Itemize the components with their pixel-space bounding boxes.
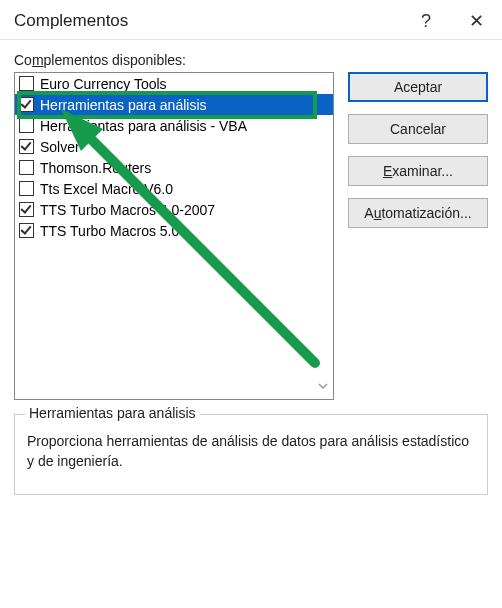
addin-item[interactable]: Euro Currency Tools: [15, 73, 333, 94]
addin-item[interactable]: Tts Excel Macro V6.0: [15, 178, 333, 199]
addin-item[interactable]: Herramientas para análisis - VBA: [15, 115, 333, 136]
titlebar: Complementos ? ✕: [0, 0, 502, 40]
addin-label: Herramientas para análisis - VBA: [40, 118, 247, 134]
addin-details-group: Herramientas para análisis Proporciona h…: [14, 414, 488, 495]
addin-checkbox[interactable]: [19, 139, 34, 154]
scroll-indicator-icon: [317, 380, 329, 395]
addin-label: Tts Excel Macro V6.0: [40, 181, 173, 197]
cancel-button[interactable]: Cancelar: [348, 114, 488, 144]
addin-checkbox[interactable]: [19, 76, 34, 91]
addin-label: Euro Currency Tools: [40, 76, 167, 92]
ok-button[interactable]: Aceptar: [348, 72, 488, 102]
window-title: Complementos: [14, 11, 128, 31]
addin-label: TTS Turbo Macros 4.0-2007: [40, 202, 215, 218]
addin-checkbox[interactable]: [19, 202, 34, 217]
addins-listbox[interactable]: Euro Currency ToolsHerramientas para aná…: [14, 72, 334, 400]
addin-item[interactable]: Solver: [15, 136, 333, 157]
help-icon[interactable]: ?: [413, 10, 439, 32]
addin-label: Herramientas para análisis: [40, 97, 207, 113]
close-icon[interactable]: ✕: [461, 10, 492, 32]
addin-checkbox[interactable]: [19, 181, 34, 196]
available-addins-label: Complementos disponibles:: [14, 52, 488, 68]
addin-checkbox[interactable]: [19, 160, 34, 175]
main-row: Euro Currency ToolsHerramientas para aná…: [14, 72, 488, 400]
addin-description: Proporciona herramientas de análisis de …: [27, 431, 475, 472]
addin-label: Thomson.Reuters: [40, 160, 151, 176]
dialog-content: Complementos disponibles: Euro Currency …: [0, 40, 502, 608]
addin-checkbox[interactable]: [19, 118, 34, 133]
addin-details-legend: Herramientas para análisis: [25, 405, 200, 421]
addin-checkbox[interactable]: [19, 223, 34, 238]
automation-button[interactable]: Automatización...: [348, 198, 488, 228]
addin-label: Solver: [40, 139, 80, 155]
dialog-buttons: Aceptar Cancelar Examinar... Automatizac…: [348, 72, 488, 400]
addin-item[interactable]: Thomson.Reuters: [15, 157, 333, 178]
browse-button[interactable]: Examinar...: [348, 156, 488, 186]
addin-label: TTS Turbo Macros 5.0: [40, 223, 179, 239]
addin-checkbox[interactable]: [19, 97, 34, 112]
addin-item[interactable]: TTS Turbo Macros 4.0-2007: [15, 199, 333, 220]
addin-item[interactable]: Herramientas para análisis: [15, 94, 333, 115]
titlebar-controls: ? ✕: [413, 10, 492, 32]
addin-item[interactable]: TTS Turbo Macros 5.0: [15, 220, 333, 241]
